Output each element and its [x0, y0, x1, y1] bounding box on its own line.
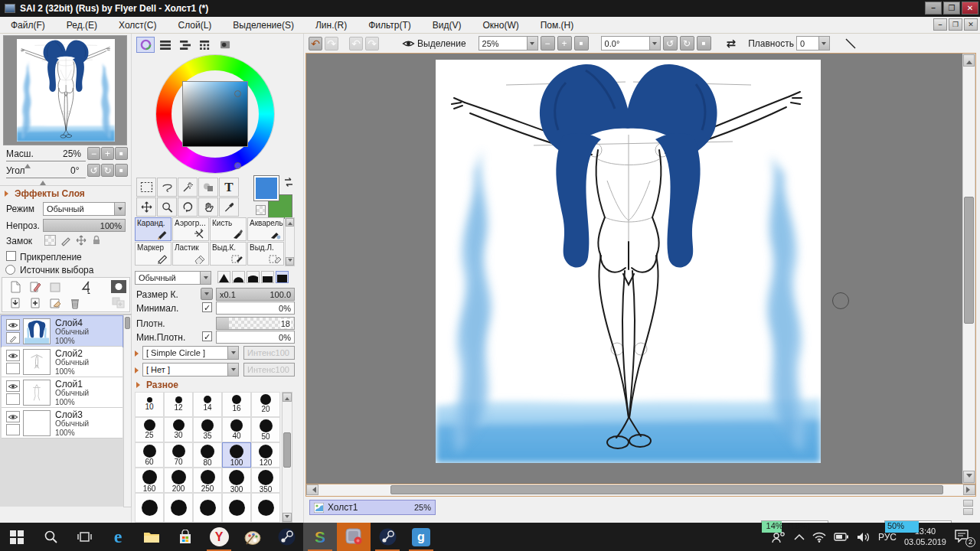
- layer-list-scrollbar[interactable]: [123, 315, 132, 507]
- layer-row-sloy4[interactable]: Слой4 Обычный 100%: [2, 316, 122, 347]
- size-cell[interactable]: 25: [135, 417, 164, 442]
- minimize-button[interactable]: –: [925, 2, 942, 15]
- size-cell[interactable]: 80: [193, 442, 222, 468]
- size-cell[interactable]: [135, 493, 164, 523]
- start-button[interactable]: [0, 523, 34, 551]
- restore-button[interactable]: ❐: [943, 2, 960, 15]
- brush-eraser[interactable]: Ластик: [172, 242, 209, 266]
- brush-size-slider[interactable]: x0.1 100.0: [216, 288, 295, 301]
- brush-size-unit-button[interactable]: [201, 288, 213, 300]
- min-density-value-box[interactable]: 0%: [216, 331, 295, 344]
- layer-list-scrollbar-thumb[interactable]: [125, 317, 130, 329]
- new-vector-layer-button[interactable]: [28, 280, 42, 294]
- taskbar-steam-1[interactable]: [270, 523, 303, 551]
- taskbar-sai2-active[interactable]: [337, 523, 371, 551]
- wifi-icon[interactable]: [812, 532, 826, 543]
- menu-canvas[interactable]: Холст(C): [108, 18, 167, 32]
- size-cell[interactable]: 12: [164, 392, 193, 417]
- menu-filter[interactable]: Фильтр(T): [358, 18, 422, 32]
- tip-spike-icon[interactable]: [217, 271, 230, 283]
- size-cell[interactable]: 14: [193, 392, 222, 417]
- rect-select-tool[interactable]: [136, 178, 156, 197]
- menu-edit[interactable]: Ред.(E): [56, 18, 108, 32]
- menu-window[interactable]: Окно(W): [472, 18, 530, 32]
- size-cell[interactable]: 70: [164, 442, 193, 468]
- magic-wand-tool[interactable]: [178, 178, 198, 197]
- tip-square-icon[interactable]: [276, 271, 289, 283]
- zoom-reset-button[interactable]: ■: [574, 36, 589, 51]
- brush-blend-dropdown[interactable]: Обычный: [135, 271, 211, 285]
- taskbar-gmod[interactable]: g: [404, 523, 438, 551]
- brush-select-eraser[interactable]: Выд.Л.: [247, 242, 284, 266]
- canvas-viewport[interactable]: [305, 53, 976, 484]
- sv-selector-dot[interactable]: [234, 90, 241, 97]
- battery-icon[interactable]: [834, 532, 849, 542]
- hue-selector-dot[interactable]: [234, 162, 241, 169]
- size-cell[interactable]: 350: [251, 468, 280, 493]
- text-tool[interactable]: T: [219, 178, 239, 197]
- notification-center-button[interactable]: 2: [954, 529, 974, 546]
- brush-watercolor[interactable]: Акварель: [247, 217, 284, 241]
- menu-layer[interactable]: Слой(L): [167, 18, 222, 32]
- hsv-sliders-tab[interactable]: [176, 37, 194, 53]
- nav-rotate-cw-button[interactable]: ↻: [101, 164, 114, 177]
- nav-angle-slider-handle[interactable]: [40, 178, 46, 185]
- size-cell[interactable]: [193, 493, 222, 523]
- rotate-cw-button[interactable]: ↻: [680, 36, 694, 51]
- people-icon[interactable]: [771, 531, 786, 543]
- density-slider[interactable]: 18: [216, 317, 295, 330]
- brush-select-pen[interactable]: Выд.К.: [210, 242, 247, 266]
- nav-angle-slider[interactable]: [6, 178, 86, 178]
- min-density-checkbox[interactable]: ✓: [202, 331, 212, 341]
- canvas-vscrollbar-thumb[interactable]: [964, 197, 974, 324]
- taskbar-search-button[interactable]: [34, 523, 67, 551]
- scroll-up-button[interactable]: [963, 54, 975, 67]
- nav-zoom-reset-button[interactable]: ■: [115, 147, 128, 160]
- size-cell[interactable]: 200: [164, 468, 193, 493]
- flip-horizontal-icon[interactable]: ⇄: [727, 37, 737, 51]
- brush-brush[interactable]: Кисть: [210, 217, 247, 241]
- size-cell[interactable]: 160: [135, 468, 164, 493]
- layer-row-sloy3[interactable]: Слой3 Обычный 100%: [2, 408, 122, 439]
- taskbar-sai-palette[interactable]: [236, 523, 270, 551]
- swatches-tab[interactable]: [196, 37, 214, 53]
- min-size-checkbox[interactable]: ✓: [202, 302, 212, 312]
- brush-airbrush[interactable]: Аэрогр...: [172, 217, 209, 241]
- clip-checkbox[interactable]: [6, 251, 16, 261]
- duplicate-layer-button[interactable]: [28, 296, 42, 310]
- shape-select-tool[interactable]: [198, 178, 218, 197]
- size-cell[interactable]: 40: [222, 417, 251, 442]
- tip-flat-round-icon[interactable]: [247, 271, 260, 283]
- nav-zoom-in-button[interactable]: +: [101, 147, 114, 160]
- layer-opacity-slider[interactable]: 100%: [43, 219, 126, 232]
- layer-mode-dropdown[interactable]: Обычный: [43, 202, 126, 216]
- layer-row-sloy1[interactable]: Слой1 Обычный 100%: [2, 377, 122, 408]
- canvas-hscrollbar[interactable]: [305, 484, 976, 497]
- task-view-button[interactable]: [67, 523, 101, 551]
- size-cell[interactable]: 250: [193, 468, 222, 493]
- canvas-vscrollbar[interactable]: [962, 54, 975, 484]
- size-cell[interactable]: 50: [251, 417, 280, 442]
- delete-layer-button[interactable]: [68, 296, 82, 310]
- lock-all-icon[interactable]: [90, 234, 103, 246]
- layer-edit-indicator[interactable]: [6, 363, 20, 374]
- menu-selection[interactable]: Выделение(S): [222, 18, 305, 32]
- zoom-dropdown[interactable]: 25%: [479, 36, 538, 51]
- selection-source-radio[interactable]: [5, 265, 15, 275]
- taskbar-explorer[interactable]: [135, 523, 168, 551]
- eyedropper-tool[interactable]: [219, 197, 239, 217]
- zoom-out-button[interactable]: −: [541, 36, 555, 51]
- menu-file[interactable]: Файл(F): [0, 18, 56, 32]
- size-cell[interactable]: 60: [135, 442, 164, 468]
- transform-button[interactable]: [79, 279, 94, 295]
- layer-visibility-toggle[interactable]: [6, 380, 20, 392]
- angle-dropdown[interactable]: 0.0°: [601, 36, 661, 51]
- size-cell[interactable]: 300: [222, 468, 251, 493]
- taskbar-store[interactable]: [168, 523, 202, 551]
- smoothing-dropdown[interactable]: 0: [796, 36, 830, 51]
- brush-texture-dropdown[interactable]: [ Нет ]: [142, 363, 239, 377]
- selection-eye-icon[interactable]: [402, 39, 415, 48]
- taskbar-edge[interactable]: e: [101, 523, 135, 551]
- tip-block-icon[interactable]: [261, 271, 274, 283]
- size-cell[interactable]: 35: [193, 417, 222, 442]
